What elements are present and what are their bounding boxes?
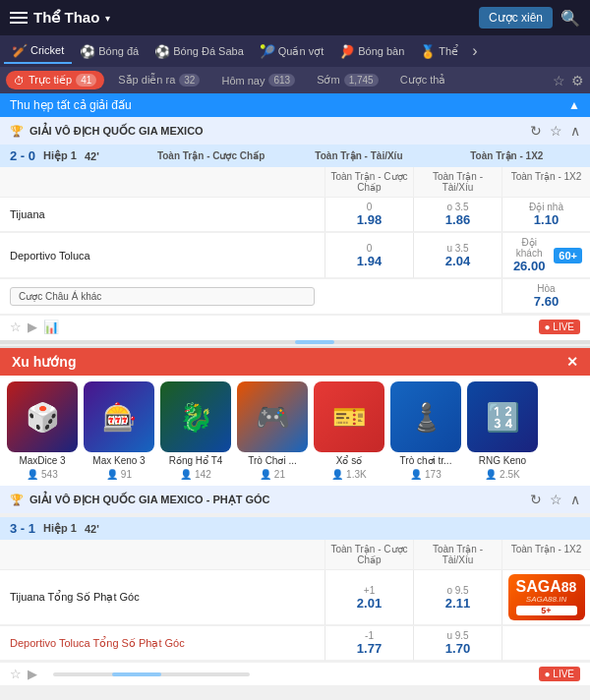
game-thumb-xoso: 🎫 — [314, 381, 384, 452]
col3-label2: Toàn Trận - 1X2 — [502, 540, 590, 569]
sport-tabs: 🏏 Cricket ⚽ Bóng đá ⚽ Bóng Đá Saba 🎾 Quầ… — [0, 35, 590, 67]
play2-icon[interactable]: ▶ — [28, 667, 37, 681]
game-card-trochoi[interactable]: 🎮 Trò Chơi ... 21 — [236, 381, 309, 480]
cuoc-xien-button[interactable]: Cược xiên — [479, 7, 553, 29]
game-grid: 🎲 MaxDice 3 543 🎰 Max Keno 3 91 🐉 Rồng H… — [0, 376, 590, 486]
star-icon[interactable]: ☆ — [553, 73, 565, 88]
match1-period: Hiệp 1 — [43, 149, 77, 162]
m2-saga-ad[interactable]: SAGA88 SAGA88.IN 5+ — [502, 570, 590, 625]
star-icon-sm[interactable]: ☆ — [10, 320, 22, 334]
team1-taixiu-odds: 1.86 — [445, 212, 470, 227]
filter-som-label: Sớm — [317, 74, 340, 87]
sixty-plus-badge: 60+ — [554, 248, 582, 263]
game-name-tablegame: Trò chơi tr... — [400, 455, 452, 466]
filter-icon[interactable]: ⚙ — [571, 73, 584, 88]
refresh-icon[interactable]: ↻ — [530, 123, 542, 139]
m2-team2-taixiu-odds: 1.70 — [445, 641, 470, 656]
team2-handicap-label: 0 — [367, 243, 373, 254]
game-name-ronghot4: Rồng Hổ T4 — [169, 455, 223, 466]
m2-team2-row: Deportivo Toluca Tổng Số Phạt Góc -1 1.7… — [0, 626, 590, 662]
team1-taixiu-cell[interactable]: o 3.5 1.86 — [413, 198, 502, 232]
filter-sap-label: Sắp diễn ra — [118, 74, 175, 87]
m2-team1-handicap-cell[interactable]: +1 2.01 — [324, 570, 413, 625]
scroll-thumb — [295, 340, 334, 344]
filter-truc-tiep[interactable]: ⏱ Trực tiếp 41 — [6, 71, 104, 89]
more-tabs-button[interactable]: › — [466, 42, 483, 60]
m2-team1-handicap-odds: 2.01 — [357, 596, 382, 611]
chart-icon[interactable]: 📊 — [43, 320, 59, 334]
menu-button[interactable] — [10, 12, 28, 24]
match2-score: 3 - 1 — [10, 521, 35, 536]
filter-cuoc-label: Cược thả — [400, 74, 446, 87]
section1-title-area: 🏆 GIẢI VÔ ĐỊCH QUỐC GIA MEXICO — [10, 125, 204, 138]
tab-bongban[interactable]: 🏓 Bóng bàn — [331, 40, 412, 63]
tab-cricket[interactable]: 🏏 Cricket — [4, 39, 72, 64]
page-title: Thể Thao — [33, 9, 99, 27]
game-card-tablegame[interactable]: ♟️ Trò chơi tr... 173 — [389, 381, 462, 480]
filter-hom-count: 613 — [268, 74, 295, 87]
match1-score: 2 - 0 — [10, 148, 35, 163]
refresh2-icon[interactable]: ↻ — [530, 492, 542, 507]
tab-bongda[interactable]: ⚽ Bóng đá — [72, 40, 147, 63]
live2-badge: ● LIVE — [539, 667, 581, 681]
match2-period: Hiệp 1 — [43, 522, 77, 535]
star2-icon[interactable]: ☆ — [550, 492, 562, 507]
tab-the[interactable]: 🏅 Thể — [412, 40, 466, 63]
tab-bongdasaba[interactable]: ⚽ Bóng Đá Saba — [147, 40, 252, 63]
hoa-cell[interactable]: Hòa 7.60 — [502, 279, 590, 314]
star2-icon-sm[interactable]: ☆ — [10, 667, 22, 681]
team2-name: Deportivo Toluca — [0, 233, 324, 278]
game-card-ronghot4[interactable]: 🐉 Rồng Hổ T4 142 — [159, 381, 232, 480]
play-icon[interactable]: ▶ — [28, 320, 37, 334]
team1-handicap-cell[interactable]: 0 1.98 — [324, 198, 413, 232]
team2-result-label: Đội khách — [510, 237, 548, 259]
filter-hom-nay[interactable]: Hôm nay 613 — [213, 71, 303, 89]
header-left: Thể Thao ▾ — [10, 9, 110, 27]
expand2-icon[interactable]: ∧ — [570, 492, 580, 507]
other-bet-button[interactable]: Cược Châu Á khác — [10, 287, 315, 306]
team2-result-cell[interactable]: Đội khách 26.00 60+ — [502, 233, 590, 278]
saga-sub: SAGA88.IN — [516, 595, 577, 604]
game-card-rngkeno[interactable]: 🔢 RNG Keno 2.5K — [466, 381, 539, 480]
team2-handicap-cell[interactable]: 0 1.94 — [324, 233, 413, 278]
m2-team2-handicap-cell[interactable]: -1 1.77 — [324, 626, 413, 661]
filter-sap-count: 32 — [179, 74, 200, 87]
game-card-maxkeno3[interactable]: 🎰 Max Keno 3 91 — [83, 381, 155, 480]
team2-taixiu-odds: 2.04 — [445, 254, 470, 268]
tabletennis-icon: 🏓 — [339, 44, 355, 59]
m2-team2-name: Deportivo Toluca Tổng Số Phạt Góc — [0, 626, 324, 661]
search-icon[interactable]: 🔍 — [560, 9, 580, 28]
m2-team2-taixiu-cell[interactable]: u 9.5 1.70 — [413, 626, 502, 661]
filter-cuoc-tha[interactable]: Cược thả — [392, 71, 454, 89]
hoa-label: Hòa — [537, 283, 555, 294]
match2-block: 3 - 1 Hiệp 1 42' Toàn Trận - Cược Chấp T… — [0, 517, 590, 685]
team1-result-odds: 1.10 — [534, 212, 559, 227]
m2-team2-taixiu-label: u 9.5 — [446, 630, 468, 641]
collapse-bar[interactable]: Thu hẹp tất cả giải đấu ▲ — [0, 93, 590, 117]
tab-cricket-label: Cricket — [30, 44, 64, 56]
xu-huong-close-icon[interactable]: ✕ — [566, 354, 578, 370]
expand-icon[interactable]: ∧ — [570, 123, 580, 139]
header: Thể Thao ▾ Cược xiên 🔍 — [0, 0, 590, 35]
tab-quanvot[interactable]: 🎾 Quần vợt — [252, 40, 331, 63]
game-users-maxkeno3: 91 — [106, 469, 132, 480]
header-right: Cược xiên 🔍 — [479, 7, 580, 29]
collapse-label: Thu hẹp tất cả giải đấu — [10, 98, 132, 112]
team2-taixiu-cell[interactable]: u 3.5 2.04 — [413, 233, 502, 278]
m2-team2-extra — [502, 626, 590, 661]
sports-icon: 🏅 — [420, 44, 436, 59]
star-icon[interactable]: ☆ — [550, 123, 562, 139]
m2-team1-taixiu-cell[interactable]: o 9.5 2.11 — [413, 570, 502, 625]
m2-team1-name: Tijuana Tổng Số Phạt Góc — [0, 570, 324, 625]
game-card-xoso[interactable]: 🎫 Xổ số 1.3K — [313, 381, 385, 480]
game-name-xoso: Xổ số — [336, 455, 362, 466]
col1-label: Toàn Trận - Cược Chấp — [324, 167, 413, 197]
filter-sap-dien-ra[interactable]: Sắp diễn ra 32 — [110, 71, 207, 89]
team1-name: Tijuana — [0, 198, 324, 232]
match1-block: 2 - 0 Hiệp 1 42' Toàn Trận - Cược Chấp T… — [0, 145, 590, 344]
game-thumb-ronghot4: 🐉 — [160, 381, 231, 452]
hoa-odds: 7.60 — [534, 294, 559, 309]
team1-result-cell[interactable]: Đội nhà 1.10 — [502, 198, 590, 232]
game-card-maxdice3[interactable]: 🎲 MaxDice 3 543 — [6, 381, 79, 480]
filter-som[interactable]: Sớm 1,745 — [309, 71, 386, 89]
